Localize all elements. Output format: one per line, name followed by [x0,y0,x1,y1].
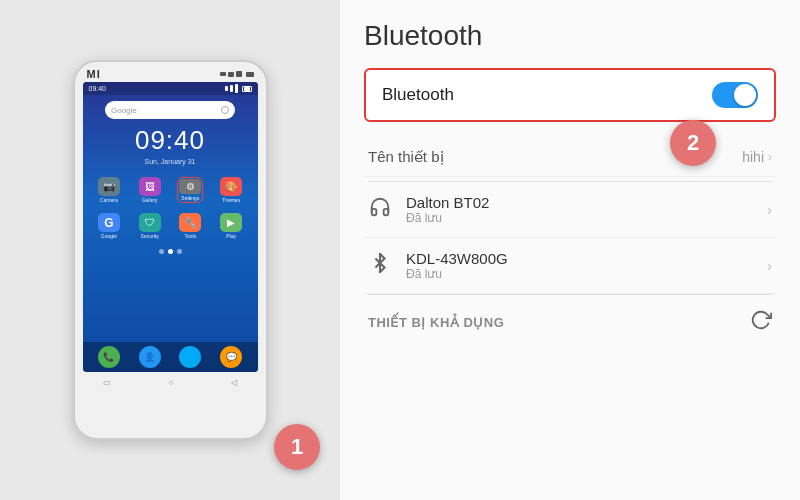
google-search-label: Google [111,106,137,115]
app-security-label: Security [141,233,159,239]
saved-device-dalton[interactable]: Dalton BT02 Đã lưu › [364,182,776,238]
phone-screen: 09:40 Google 09:40 [83,82,258,372]
app-play[interactable]: ▶ Play [218,213,244,239]
app-tools[interactable]: 🔧 Tools [177,213,203,239]
step-2-badge: 2 [670,120,716,166]
phone-brand-label: MI [87,68,101,80]
nav-home-btn[interactable]: ▭ [103,378,111,387]
app-settings[interactable]: ⚙ Settings [177,177,203,203]
phone-top-bar: MI [75,62,266,82]
app-camera-label: Camera [100,197,118,203]
phone-status-icons [220,71,254,77]
phone-dock: 📞 👤 🌐 💬 [83,342,258,372]
app-security[interactable]: 🛡 Security [137,213,163,239]
device-dalton-arrow-icon: › [767,202,772,218]
phone-date-display: Sun, January 31 [83,158,258,165]
mic-icon [221,106,229,114]
step-1-badge: 1 [274,424,320,470]
phone-nav-bar: ▭ ○ ◁ [75,372,266,391]
device-kdl-info: KDL-43W800G Đã lưu [406,250,753,281]
screen-status-right [225,84,252,93]
phone-time-display: 09:40 [83,125,258,156]
app-settings-label: Settings [181,195,199,201]
phone-device: MI 09:40 [73,60,268,440]
bluetooth-settings-panel: Bluetooth Bluetooth Tên thiết bị hihi › … [340,0,800,500]
dock-browser[interactable]: 🌐 [179,346,201,368]
device-name-chevron-icon: › [768,150,772,164]
screen-status-bar: 09:40 [83,82,258,95]
device-kdl-status: Đã lưu [406,267,753,281]
bluetooth-toggle-switch[interactable] [712,82,758,108]
app-gallery[interactable]: 🖼 Gallery [137,177,163,203]
phone-panel: MI 09:40 [0,0,340,500]
device-name-label: Tên thiết bị [368,148,444,166]
app-google[interactable]: G Google [96,213,122,239]
bluetooth-toggle-label: Bluetooth [382,85,454,105]
device-kdl-arrow-icon: › [767,258,772,274]
google-search-bar[interactable]: Google [105,101,235,119]
app-themes-label: Themes [222,197,240,203]
app-row-1: 📷 Camera 🖼 Gallery ⚙ Settings 🎨 Themes [83,173,258,207]
screen-time-small: 09:40 [89,85,107,92]
available-devices-label: THIẾT BỊ KHẢ DỤNG [368,315,504,330]
app-row-2: G Google 🛡 Security 🔧 Tools ▶ Play [83,209,258,243]
app-themes[interactable]: 🎨 Themes [218,177,244,203]
saved-device-kdl[interactable]: KDL-43W800G Đã lưu › [364,238,776,294]
device-name-value: hihi › [742,149,772,165]
device-dalton-status: Đã lưu [406,211,753,225]
device-name-text: hihi [742,149,764,165]
device-kdl-name: KDL-43W800G [406,250,753,267]
toggle-knob [734,84,756,106]
nav-back-btn[interactable]: ○ [169,378,174,387]
app-gallery-label: Gallery [142,197,158,203]
device-dalton-info: Dalton BT02 Đã lưu [406,194,753,225]
device-name-row[interactable]: Tên thiết bị hihi › 2 [364,138,776,177]
bluetooth-icon [368,253,392,278]
available-devices-row: THIẾT BỊ KHẢ DỤNG [364,295,776,335]
headphones-icon [368,196,392,223]
app-camera[interactable]: 📷 Camera [96,177,122,203]
dock-phone[interactable]: 📞 [98,346,120,368]
app-google-label: Google [101,233,117,239]
app-tools-label: Tools [185,233,197,239]
screen-wallpaper: 09:40 Google 09:40 [83,82,258,372]
bluetooth-toggle-row[interactable]: Bluetooth [364,68,776,122]
bluetooth-page-title: Bluetooth [364,20,776,52]
refresh-icon[interactable] [750,309,772,335]
dock-messaging[interactable]: 💬 [220,346,242,368]
device-dalton-name: Dalton BT02 [406,194,753,211]
dock-contacts[interactable]: 👤 [139,346,161,368]
app-play-label: Play [226,233,236,239]
nav-recents-btn[interactable]: ◁ [231,378,237,387]
